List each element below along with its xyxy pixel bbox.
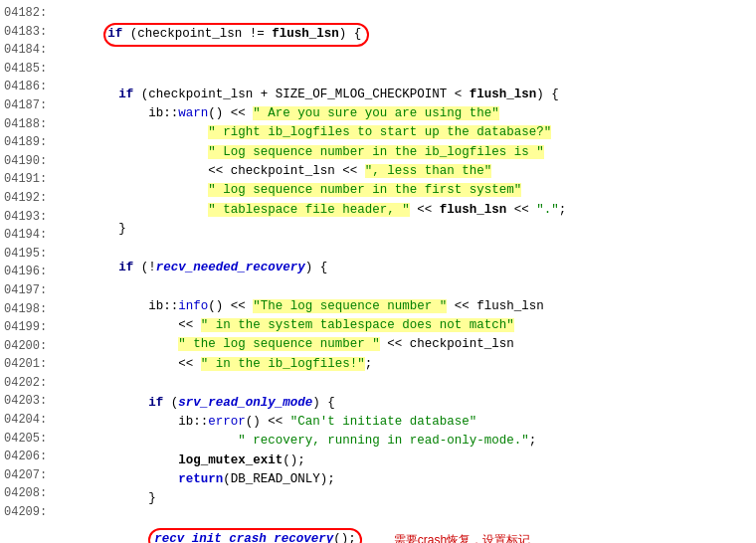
code-line-04195: ib::info() << "The log sequence number "… — [59, 297, 750, 316]
code-line-04183 — [59, 66, 750, 85]
ln-04196: 04196: — [4, 263, 47, 281]
ln-04206: 04206: — [4, 448, 47, 466]
ln-04187: 04187: — [4, 96, 47, 115]
ln-04193: 04193: — [4, 208, 47, 227]
ln-04207: 04207: — [4, 466, 47, 485]
ln-04201: 04201: — [4, 355, 47, 374]
code-line-04197: " the log sequence number " << checkpoin… — [59, 335, 750, 354]
ln-04186: 04186: — [4, 78, 47, 96]
ln-04189: 04189: — [4, 133, 47, 152]
code-line-04187: " Log sequence number in the ib_logfiles… — [59, 143, 750, 162]
code-line-04203: log_mutex_exit(); — [59, 452, 750, 470]
code-line-04200: if (srv_read_only_mode) { — [59, 394, 750, 413]
ln-04182: 04182: — [4, 4, 47, 23]
ln-04203: 04203: — [4, 392, 47, 411]
ln-04190: 04190: — [4, 152, 47, 171]
code-line-04190: " tablespace file header, " << flush_lsn… — [59, 201, 750, 220]
code-line-04186: " right ib_logfiles to start up the data… — [59, 123, 750, 142]
code-line-04205: } — [59, 489, 750, 508]
ln-04192: 04192: — [4, 189, 47, 208]
ln-04204: 04204: — [4, 411, 47, 430]
annotation-crash: 需要crash恢复，设置标记 — [394, 531, 530, 543]
code-line-04196: << " in the system tablespace does not m… — [59, 316, 750, 335]
line-numbers: 04182: 04183: 04184: 04185: 04186: 04187… — [0, 0, 53, 543]
code-viewer: 04182: 04183: 04184: 04185: 04186: 04187… — [0, 0, 756, 543]
ln-04188: 04188: — [4, 115, 47, 134]
code-line-04207: recv_init_crash_recovery(); 需要crash恢复，设置… — [59, 528, 750, 543]
code-lines: if (checkpoint_lsn != flush_lsn) { if (c… — [53, 0, 756, 543]
ln-04184: 04184: — [4, 41, 47, 60]
code-line-04204: return(DB_READ_ONLY); — [59, 470, 750, 489]
ln-04209: 04209: — [4, 503, 47, 522]
code-line-04193: if (!recv_needed_recovery) { — [59, 259, 750, 277]
code-line-04182: if (checkpoint_lsn != flush_lsn) { — [59, 4, 750, 66]
ln-04199: 04199: — [4, 318, 47, 337]
ln-04208: 04208: — [4, 484, 47, 503]
ln-04202: 04202: — [4, 374, 47, 393]
ln-04195: 04195: — [4, 245, 47, 264]
code-line-04189: " log sequence number in the first syste… — [59, 181, 750, 200]
code-line-04198: << " in the ib_logfiles!"; — [59, 355, 750, 374]
code-line-04194 — [59, 277, 750, 296]
ln-04194: 04194: — [4, 226, 47, 245]
ln-04205: 04205: — [4, 430, 47, 449]
code-line-04201: ib::error() << "Can't initiate database" — [59, 413, 750, 432]
code-line-04184: if (checkpoint_lsn + SIZE_OF_MLOG_CHECKP… — [59, 86, 750, 104]
ln-04198: 04198: — [4, 300, 47, 319]
ln-04197: 04197: — [4, 281, 47, 300]
code-line-04188: << checkpoint_lsn << ", less than the" — [59, 162, 750, 181]
code-line-04202: " recovery, running in read-only-mode."; — [59, 432, 750, 451]
ln-04183: 04183: — [4, 23, 47, 42]
ln-04191: 04191: — [4, 170, 47, 189]
code-line-04192 — [59, 240, 750, 259]
ln-04200: 04200: — [4, 337, 47, 356]
ln-04185: 04185: — [4, 60, 47, 79]
code-line-04206 — [59, 509, 750, 528]
code-line-04199 — [59, 374, 750, 393]
code-line-04191: } — [59, 220, 750, 239]
code-line-04185: ib::warn() << " Are you sure you are usi… — [59, 104, 750, 123]
